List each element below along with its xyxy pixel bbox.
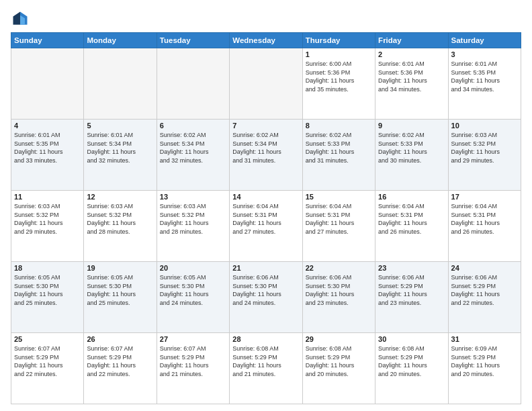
day-number: 6 [160,122,226,130]
calendar-cell [230,48,302,120]
day-info: Sunrise: 6:08 AM Sunset: 5:29 PM Dayligh… [378,345,445,378]
calendar-cell: 19Sunrise: 6:05 AM Sunset: 5:30 PM Dayli… [84,262,157,333]
day-number: 28 [232,335,299,343]
day-info: Sunrise: 6:04 AM Sunset: 5:31 PM Dayligh… [451,202,518,236]
day-info: Sunrise: 6:01 AM Sunset: 5:36 PM Dayligh… [378,60,445,93]
day-info: Sunrise: 6:07 AM Sunset: 5:29 PM Dayligh… [160,345,226,378]
day-info: Sunrise: 6:06 AM Sunset: 5:29 PM Dayligh… [378,273,445,307]
day-info: Sunrise: 6:06 AM Sunset: 5:30 PM Dayligh… [232,273,299,307]
day-number: 19 [87,264,153,272]
calendar-cell: 24Sunrise: 6:06 AM Sunset: 5:29 PM Dayli… [448,262,521,333]
day-number: 14 [232,193,299,201]
day-info: Sunrise: 6:09 AM Sunset: 5:29 PM Dayligh… [451,345,518,378]
calendar-week-row: 11Sunrise: 6:03 AM Sunset: 5:32 PM Dayli… [11,191,521,262]
calendar-cell: 11Sunrise: 6:03 AM Sunset: 5:32 PM Dayli… [11,191,84,262]
calendar-cell: 5Sunrise: 6:01 AM Sunset: 5:34 PM Daylig… [84,120,157,191]
day-info: Sunrise: 6:03 AM Sunset: 5:32 PM Dayligh… [14,202,81,236]
day-info: Sunrise: 6:03 AM Sunset: 5:32 PM Dayligh… [160,202,226,236]
day-number: 30 [378,335,445,343]
calendar-week-row: 4Sunrise: 6:01 AM Sunset: 5:35 PM Daylig… [11,120,521,191]
day-info: Sunrise: 6:05 AM Sunset: 5:30 PM Dayligh… [87,273,153,307]
day-info: Sunrise: 6:05 AM Sunset: 5:30 PM Dayligh… [14,273,81,307]
day-number: 5 [87,122,153,130]
calendar-cell: 10Sunrise: 6:03 AM Sunset: 5:32 PM Dayli… [448,120,521,191]
calendar-header-thursday: Thursday [302,33,375,48]
calendar-cell: 23Sunrise: 6:06 AM Sunset: 5:29 PM Dayli… [375,262,448,333]
page: SundayMondayTuesdayWednesdayThursdayFrid… [0,0,532,411]
calendar-cell: 14Sunrise: 6:04 AM Sunset: 5:31 PM Dayli… [230,191,302,262]
calendar-cell: 31Sunrise: 6:09 AM Sunset: 5:29 PM Dayli… [448,333,521,404]
day-number: 12 [87,193,153,201]
calendar-cell: 6Sunrise: 6:02 AM Sunset: 5:34 PM Daylig… [157,120,229,191]
svg-marker-1 [13,12,21,25]
day-info: Sunrise: 6:01 AM Sunset: 5:35 PM Dayligh… [451,60,518,93]
day-info: Sunrise: 6:02 AM Sunset: 5:34 PM Dayligh… [160,131,226,165]
calendar-header-row: SundayMondayTuesdayWednesdayThursdayFrid… [11,33,521,48]
day-info: Sunrise: 6:03 AM Sunset: 5:32 PM Dayligh… [451,131,518,165]
day-number: 21 [232,264,299,272]
day-number: 31 [451,335,518,343]
calendar-cell [84,48,157,120]
calendar-cell: 2Sunrise: 6:01 AM Sunset: 5:36 PM Daylig… [375,48,448,120]
day-info: Sunrise: 6:07 AM Sunset: 5:29 PM Dayligh… [14,345,81,378]
day-number: 23 [378,264,445,272]
calendar-cell: 15Sunrise: 6:04 AM Sunset: 5:31 PM Dayli… [302,191,375,262]
calendar-cell: 26Sunrise: 6:07 AM Sunset: 5:29 PM Dayli… [84,333,157,404]
calendar-cell: 25Sunrise: 6:07 AM Sunset: 5:29 PM Dayli… [11,333,84,404]
day-number: 9 [378,122,445,130]
calendar-cell: 9Sunrise: 6:02 AM Sunset: 5:33 PM Daylig… [375,120,448,191]
calendar-cell: 18Sunrise: 6:05 AM Sunset: 5:30 PM Dayli… [11,262,84,333]
day-number: 17 [451,193,518,201]
calendar-cell: 29Sunrise: 6:08 AM Sunset: 5:29 PM Dayli… [302,333,375,404]
calendar-cell: 3Sunrise: 6:01 AM Sunset: 5:35 PM Daylig… [448,48,521,120]
day-info: Sunrise: 6:07 AM Sunset: 5:29 PM Dayligh… [87,345,153,378]
calendar-cell: 8Sunrise: 6:02 AM Sunset: 5:33 PM Daylig… [302,120,375,191]
day-info: Sunrise: 6:08 AM Sunset: 5:29 PM Dayligh… [306,345,372,378]
day-info: Sunrise: 6:01 AM Sunset: 5:34 PM Dayligh… [87,131,153,165]
day-info: Sunrise: 6:04 AM Sunset: 5:31 PM Dayligh… [378,202,445,236]
calendar-cell: 4Sunrise: 6:01 AM Sunset: 5:35 PM Daylig… [11,120,84,191]
day-info: Sunrise: 6:02 AM Sunset: 5:34 PM Dayligh… [232,131,299,165]
day-info: Sunrise: 6:03 AM Sunset: 5:32 PM Dayligh… [87,202,153,236]
day-number: 8 [306,122,372,130]
day-number: 7 [232,122,299,130]
day-number: 1 [306,50,372,58]
day-info: Sunrise: 6:08 AM Sunset: 5:29 PM Dayligh… [232,345,299,378]
day-number: 13 [160,193,226,201]
logo [11,9,32,28]
calendar-cell: 16Sunrise: 6:04 AM Sunset: 5:31 PM Dayli… [375,191,448,262]
day-number: 25 [14,335,81,343]
day-info: Sunrise: 6:04 AM Sunset: 5:31 PM Dayligh… [232,202,299,236]
day-info: Sunrise: 6:04 AM Sunset: 5:31 PM Dayligh… [306,202,372,236]
logo-icon [11,9,30,28]
calendar-week-row: 18Sunrise: 6:05 AM Sunset: 5:30 PM Dayli… [11,262,521,333]
day-info: Sunrise: 6:02 AM Sunset: 5:33 PM Dayligh… [378,131,445,165]
day-info: Sunrise: 6:05 AM Sunset: 5:30 PM Dayligh… [160,273,226,307]
calendar-cell: 12Sunrise: 6:03 AM Sunset: 5:32 PM Dayli… [84,191,157,262]
day-number: 20 [160,264,226,272]
calendar-cell: 7Sunrise: 6:02 AM Sunset: 5:34 PM Daylig… [230,120,302,191]
header [11,9,521,28]
day-number: 24 [451,264,518,272]
day-number: 11 [14,193,81,201]
day-number: 29 [306,335,372,343]
day-number: 10 [451,122,518,130]
day-number: 22 [306,264,372,272]
calendar-cell [157,48,229,120]
calendar-cell: 1Sunrise: 6:00 AM Sunset: 5:36 PM Daylig… [302,48,375,120]
day-number: 15 [306,193,372,201]
day-info: Sunrise: 6:06 AM Sunset: 5:30 PM Dayligh… [306,273,372,307]
day-info: Sunrise: 6:02 AM Sunset: 5:33 PM Dayligh… [306,131,372,165]
calendar-header-wednesday: Wednesday [230,33,302,48]
calendar-cell: 30Sunrise: 6:08 AM Sunset: 5:29 PM Dayli… [375,333,448,404]
calendar-cell: 28Sunrise: 6:08 AM Sunset: 5:29 PM Dayli… [230,333,302,404]
day-info: Sunrise: 6:00 AM Sunset: 5:36 PM Dayligh… [306,60,372,93]
calendar-week-row: 1Sunrise: 6:00 AM Sunset: 5:36 PM Daylig… [11,48,521,120]
day-number: 26 [87,335,153,343]
calendar-cell: 22Sunrise: 6:06 AM Sunset: 5:30 PM Dayli… [302,262,375,333]
calendar-header-sunday: Sunday [11,33,84,48]
day-info: Sunrise: 6:01 AM Sunset: 5:35 PM Dayligh… [14,131,81,165]
day-number: 4 [14,122,81,130]
day-number: 16 [378,193,445,201]
day-number: 18 [14,264,81,272]
